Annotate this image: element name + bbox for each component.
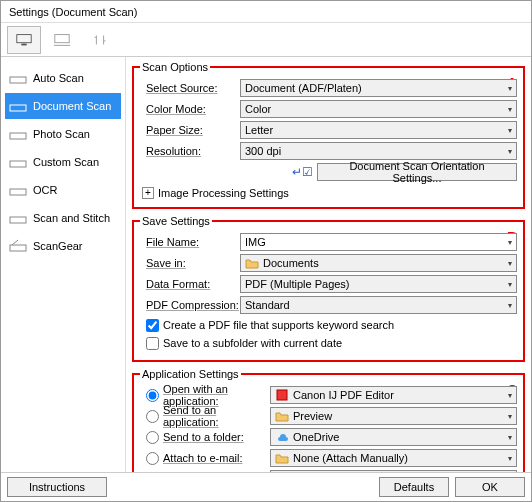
data-format-label: Data Format: bbox=[140, 278, 240, 290]
chevron-down-icon: ▾ bbox=[508, 280, 512, 289]
color-mode-label: Color Mode: bbox=[140, 103, 240, 115]
scanner-icon bbox=[9, 211, 27, 225]
svg-rect-4 bbox=[10, 105, 26, 111]
sidebar-item-document-scan[interactable]: Document Scan bbox=[5, 93, 121, 119]
open-with-app-dropdown[interactable]: Canon IJ PDF Editor▾ bbox=[270, 386, 517, 404]
attach-email-radio[interactable]: Attach to e-mail: bbox=[140, 452, 270, 465]
sidebar-item-photo-scan[interactable]: Photo Scan bbox=[5, 121, 121, 147]
pdf-icon bbox=[275, 389, 289, 401]
scanner-gear-icon bbox=[9, 239, 27, 253]
resolution-dropdown[interactable]: 300 dpi▾ bbox=[240, 142, 517, 160]
sidebar-label: Document Scan bbox=[33, 100, 111, 112]
toolbar-tab-tools[interactable] bbox=[83, 26, 117, 54]
sidebar-label: OCR bbox=[33, 184, 57, 196]
save-settings-group: Save Settings B File Name:IMG▾ Save in:D… bbox=[132, 215, 525, 362]
subfolder-date-checkbox[interactable]: Save to a subfolder with current date bbox=[140, 334, 517, 352]
scanner-icon bbox=[9, 71, 27, 85]
keyword-search-checkbox[interactable]: Create a PDF file that supports keyword … bbox=[140, 316, 517, 334]
orientation-settings-button[interactable]: Document Scan Orientation Settings... bbox=[317, 163, 517, 181]
sidebar-label: Photo Scan bbox=[33, 128, 90, 140]
chevron-down-icon: ▾ bbox=[508, 433, 512, 442]
data-format-dropdown[interactable]: PDF (Multiple Pages)▾ bbox=[240, 275, 517, 293]
folder-icon bbox=[245, 257, 259, 269]
pdf-compression-label: PDF Compression: bbox=[140, 299, 240, 311]
svg-rect-3 bbox=[10, 77, 26, 83]
defaults-button[interactable]: Defaults bbox=[379, 477, 449, 497]
chevron-down-icon: ▾ bbox=[508, 238, 512, 247]
file-name-label: File Name: bbox=[140, 236, 240, 248]
save-settings-legend: Save Settings bbox=[140, 215, 212, 227]
monitor-icon bbox=[15, 33, 33, 47]
send-to-app-radio[interactable]: Send to an application: bbox=[140, 404, 270, 428]
chevron-down-icon: ▾ bbox=[508, 126, 512, 135]
folder-icon bbox=[275, 452, 289, 464]
application-settings-group: Application Settings C Open with an appl… bbox=[132, 368, 525, 472]
select-source-label: Select Source: bbox=[140, 82, 240, 94]
chevron-down-icon: ▾ bbox=[508, 412, 512, 421]
folder-icon bbox=[275, 410, 289, 422]
chevron-down-icon: ▾ bbox=[508, 105, 512, 114]
paper-size-dropdown[interactable]: Letter▾ bbox=[240, 121, 517, 139]
svg-rect-0 bbox=[17, 34, 31, 42]
footer: Instructions Defaults OK bbox=[1, 472, 531, 501]
window-title: Settings (Document Scan) bbox=[1, 1, 531, 23]
instructions-button[interactable]: Instructions bbox=[7, 477, 107, 497]
svg-rect-8 bbox=[10, 217, 26, 223]
paper-size-label: Paper Size: bbox=[140, 124, 240, 136]
toolbar-tab-scan[interactable] bbox=[7, 26, 41, 54]
scan-options-legend: Scan Options bbox=[140, 61, 210, 73]
sidebar-label: ScanGear bbox=[33, 240, 83, 252]
svg-rect-7 bbox=[10, 189, 26, 195]
sidebar-item-scan-stitch[interactable]: Scan and Stitch bbox=[5, 205, 121, 231]
svg-rect-5 bbox=[10, 133, 26, 139]
settings-window: Settings (Document Scan) Auto Scan Docum… bbox=[0, 0, 532, 502]
orientation-icon: ↵☑ bbox=[292, 165, 313, 179]
svg-rect-9 bbox=[10, 245, 26, 251]
image-processing-label[interactable]: Image Processing Settings bbox=[158, 187, 289, 199]
resolution-label: Resolution: bbox=[140, 145, 240, 157]
scan-options-group: Scan Options A Select Source:Document (A… bbox=[132, 61, 525, 209]
start-ocr-dropdown[interactable]: Output to Text▾ bbox=[270, 470, 517, 472]
svg-rect-6 bbox=[10, 161, 26, 167]
save-in-label: Save in: bbox=[140, 257, 240, 269]
cloud-icon bbox=[275, 431, 289, 443]
scanner-icon bbox=[9, 99, 27, 113]
scanner-icon bbox=[9, 127, 27, 141]
color-mode-dropdown[interactable]: Color▾ bbox=[240, 100, 517, 118]
file-name-input[interactable]: IMG▾ bbox=[240, 233, 517, 251]
pdf-compression-dropdown[interactable]: Standard▾ bbox=[240, 296, 517, 314]
chevron-down-icon: ▾ bbox=[508, 301, 512, 310]
chevron-down-icon: ▾ bbox=[508, 84, 512, 93]
tools-icon bbox=[91, 33, 109, 47]
ok-button[interactable]: OK bbox=[455, 477, 525, 497]
sidebar-item-ocr[interactable]: OCR bbox=[5, 177, 121, 203]
scanner-icon bbox=[9, 183, 27, 197]
main-panel: Scan Options A Select Source:Document (A… bbox=[126, 57, 531, 472]
select-source-dropdown[interactable]: Document (ADF/Platen)▾ bbox=[240, 79, 517, 97]
chevron-down-icon: ▾ bbox=[508, 147, 512, 156]
svg-rect-2 bbox=[55, 34, 69, 42]
toolbar bbox=[1, 23, 531, 57]
save-in-dropdown[interactable]: Documents▾ bbox=[240, 254, 517, 272]
chevron-down-icon: ▾ bbox=[508, 259, 512, 268]
sidebar-item-custom-scan[interactable]: Custom Scan bbox=[5, 149, 121, 175]
send-to-app-dropdown[interactable]: Preview▾ bbox=[270, 407, 517, 425]
svg-rect-1 bbox=[21, 43, 26, 45]
sidebar-item-auto-scan[interactable]: Auto Scan bbox=[5, 65, 121, 91]
attach-email-dropdown[interactable]: None (Attach Manually)▾ bbox=[270, 449, 517, 467]
toolbar-tab-net[interactable] bbox=[45, 26, 79, 54]
svg-rect-10 bbox=[277, 390, 287, 400]
monitor-net-icon bbox=[53, 33, 71, 47]
chevron-down-icon: ▾ bbox=[508, 454, 512, 463]
chevron-down-icon: ▾ bbox=[508, 391, 512, 400]
sidebar-label: Scan and Stitch bbox=[33, 212, 110, 224]
send-to-folder-radio[interactable]: Send to a folder: bbox=[140, 431, 270, 444]
sidebar-label: Custom Scan bbox=[33, 156, 99, 168]
expand-icon[interactable]: + bbox=[142, 187, 154, 199]
sidebar-item-scangear[interactable]: ScanGear bbox=[5, 233, 121, 259]
sidebar: Auto Scan Document Scan Photo Scan Custo… bbox=[1, 57, 126, 472]
application-settings-legend: Application Settings bbox=[140, 368, 241, 380]
scanner-icon bbox=[9, 155, 27, 169]
sidebar-label: Auto Scan bbox=[33, 72, 84, 84]
send-to-folder-dropdown[interactable]: OneDrive▾ bbox=[270, 428, 517, 446]
